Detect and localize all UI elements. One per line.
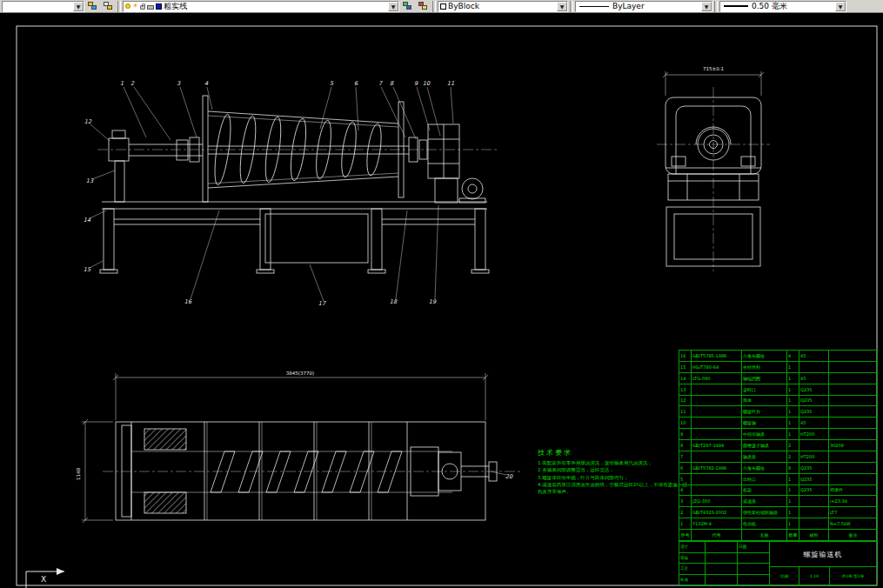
layer-combo[interactable]: ☀ 粗实线 ▼ — [123, 1, 399, 12]
bom-header-qty: 数量 — [787, 530, 799, 541]
lineweight-combo[interactable]: 0.50 毫米 ▼ — [719, 1, 846, 12]
bom-cell-note: N=7.5kW — [829, 518, 878, 530]
bom-cell-note — [829, 384, 878, 395]
callout-label: 1 — [120, 80, 124, 87]
bom-cell-code: GB/T5785-1986 — [692, 351, 742, 362]
bom-cell-material — [799, 440, 829, 451]
bom-cell-material: 45 — [799, 418, 829, 429]
bom-cell-qty: 4 — [787, 351, 799, 362]
bom-cell-qty: 1 — [787, 406, 799, 418]
bom-cell-qty: 1 — [787, 496, 799, 507]
bom-cell-qty: 8 — [787, 462, 799, 473]
bom-cell-seq: 1 — [679, 518, 692, 530]
bom-cell-code — [692, 451, 742, 462]
bom-cell-note — [829, 361, 878, 372]
linetype-combo[interactable]: ByLayer ▼ — [575, 1, 712, 12]
callout-label: 19 — [429, 298, 437, 305]
tblock-cell — [706, 542, 738, 552]
bom-header-note: 备注 — [829, 530, 878, 541]
bom-cell-note: 30208 — [829, 440, 878, 451]
bom-cell-code — [692, 429, 742, 440]
unlock-icon[interactable] — [140, 5, 145, 10]
bulb-on-icon[interactable] — [125, 3, 130, 9]
bom-cell-material: Q235 — [799, 395, 829, 406]
current-layer-name: 粗实线 — [164, 2, 388, 11]
bom-cell-name: 密封填料 — [742, 361, 787, 372]
layer-state-icon — [403, 2, 412, 10]
check-label: 审核 — [679, 553, 706, 564]
callout-label: 7 — [378, 80, 383, 87]
bom-cell-material — [799, 496, 829, 507]
bom-cell-seq: 15 — [679, 361, 692, 372]
make-object-layer-current-button[interactable] — [100, 0, 116, 12]
drawing-canvas[interactable]: 1 2 3 4 5 6 7 8 9 10 11 12 13 14 15 16 1… — [0, 13, 883, 588]
sun-icon[interactable]: ☀ — [132, 3, 138, 10]
chevron-down-icon[interactable]: ▼ — [73, 2, 84, 11]
bom-cell-note — [829, 372, 878, 384]
bom-cell-note — [829, 406, 878, 418]
chevron-down-icon[interactable]: ▼ — [557, 2, 567, 11]
bom-cell-note — [829, 451, 878, 462]
bom-cell-name: 出料口 — [742, 473, 787, 484]
bom-cell-material: Q235 — [799, 406, 829, 418]
bom-cell-qty: 1 — [787, 384, 799, 395]
toolbar: ▼ ☀ 粗实线 ▼ ByBlock ▼ — [0, 0, 883, 13]
bom-cell-name: 弹性套柱销联轴器 — [742, 507, 787, 518]
bom-row: 5 出料口 1 Q235 — [679, 473, 878, 484]
bom-row: 13 进料口 1 Q235 — [679, 384, 878, 395]
bom-row: 15 HG/T780-64 密封填料 1 — [679, 361, 878, 372]
toolbar-separator — [570, 1, 573, 12]
current-linetype-value: ByLayer — [612, 2, 701, 11]
callout-label: 15 — [84, 266, 91, 273]
bom-cell-material — [799, 361, 829, 372]
bom-cell-seq: 14 — [679, 372, 692, 384]
callout-label: 14 — [84, 217, 91, 224]
bom-cell-qty: 1 — [787, 507, 799, 518]
layer-previous-button[interactable] — [399, 0, 415, 12]
approve-label: 批准 — [679, 575, 706, 585]
bom-cell-name: 电动机 — [742, 518, 787, 530]
bom-cell-code: JZQ-350 — [692, 496, 742, 507]
bom-cell-note — [829, 395, 878, 406]
bom-row: 6 GB/T5782-1986 六角头螺栓 8 Q235 — [679, 462, 878, 473]
layer-states-button[interactable] — [415, 0, 431, 12]
callout-label: 20 — [505, 473, 513, 480]
chevron-down-icon[interactable]: ▼ — [701, 2, 712, 11]
sheet-info: 共1张 第1张 — [830, 567, 876, 585]
chevron-down-icon[interactable]: ▼ — [388, 2, 398, 11]
current-lineweight-value: 0.50 毫米 — [752, 2, 835, 11]
bom-header-seq: 序号 — [679, 530, 692, 541]
bom-cell-note: LT7 — [829, 507, 878, 518]
layer-properties-button[interactable] — [84, 0, 100, 12]
bom-cell-material: Q235 — [799, 473, 829, 484]
technical-requirements: 技术要求 1.装配前所有零件用煤油清洗，滚动轴承用汽油清洗； 2.各轴承间隙调整… — [538, 448, 687, 495]
chevron-down-icon[interactable]: ▼ — [835, 2, 846, 11]
layers-icon — [88, 2, 97, 10]
scale-label: 比例 — [770, 567, 799, 585]
layer-filter-combo[interactable]: ▼ — [2, 1, 84, 12]
bom-row: 8 GB/T297-1994 圆锥滚子轴承 2 30208 — [679, 440, 878, 451]
bom-cell-code — [692, 418, 742, 429]
callout-label: 5 — [330, 80, 334, 87]
end-view — [657, 71, 770, 271]
bom-row: 3 JZQ-350 减速器 1 i=23.34 — [679, 496, 878, 507]
bom-cell-seq: 3 — [679, 496, 692, 507]
bom-cell-code: GB/T297-1994 — [692, 440, 742, 451]
bom-cell-qty: 2 — [787, 451, 799, 462]
ucs-x-label: X — [41, 575, 46, 584]
dim-end-width: 715±0.1 — [703, 66, 724, 71]
callout-label: 2 — [130, 80, 135, 87]
front-view — [97, 96, 498, 273]
callout-label: 3 — [177, 80, 181, 87]
bom-cell-material — [799, 518, 829, 530]
bom-cell-qty: 1 — [787, 473, 799, 484]
printer-icon[interactable] — [147, 5, 154, 10]
bom-cell-code: HG/T780-64 — [692, 361, 742, 372]
bom-cell-seq: 5 — [679, 473, 692, 484]
bom-cell-material: HT200 — [799, 429, 829, 440]
bom-cell-seq: 9 — [679, 429, 692, 440]
color-combo[interactable]: ByBlock ▼ — [438, 1, 568, 12]
callout-label: 9 — [414, 80, 418, 87]
tech-req-line: 1.装配前所有零件用煤油清洗，滚动轴承用汽油清洗； — [538, 459, 687, 466]
design-label: 设计 — [679, 542, 706, 552]
